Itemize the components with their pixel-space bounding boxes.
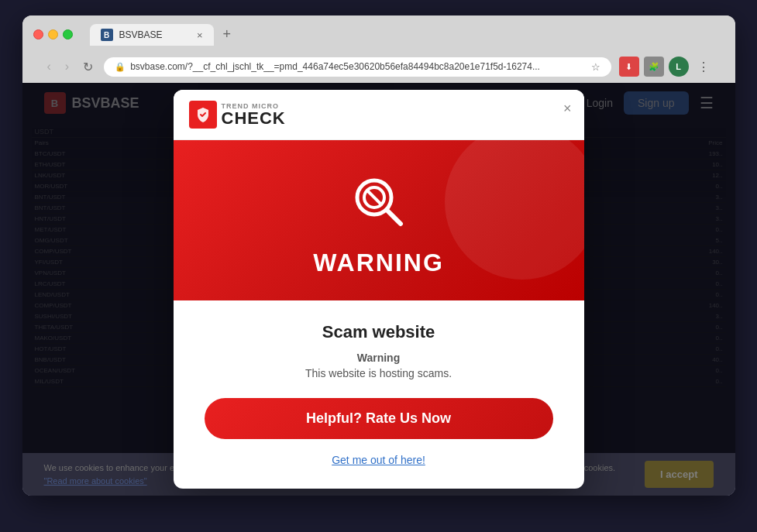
bookmark-icon[interactable]: ☆ xyxy=(591,61,600,73)
forward-button[interactable]: › xyxy=(62,58,72,75)
tab-close-button[interactable]: × xyxy=(197,29,203,41)
scam-subtitle: Warning xyxy=(205,352,553,364)
url-text: bsvbase.com/?__cf_chl_jschl_tk__=pmd_446… xyxy=(130,61,586,72)
active-tab[interactable]: B BSVBASE × xyxy=(90,24,214,46)
lock-icon: 🔒 xyxy=(115,62,126,72)
escape-link[interactable]: Get me out of here! xyxy=(332,454,425,466)
tm-icon xyxy=(189,101,217,129)
maximize-window-button[interactable] xyxy=(63,29,73,39)
address-bar[interactable]: 🔒 bsvbase.com/?__cf_chl_jschl_tk__=pmd_4… xyxy=(104,57,611,77)
close-window-button[interactable] xyxy=(33,29,43,39)
back-button[interactable]: ‹ xyxy=(44,58,54,75)
browser-tabs: B BSVBASE × + xyxy=(90,23,238,46)
download-icon[interactable]: ⬇ xyxy=(619,57,639,77)
svg-line-2 xyxy=(367,190,381,204)
warning-banner: WARNING xyxy=(174,140,584,300)
browser-titlebar: B BSVBASE × + ‹ › ↻ 🔒 bsvbase.com/?__cf_… xyxy=(22,15,735,83)
scam-description: This website is hosting scams. xyxy=(205,367,553,379)
browser-addressbar: ‹ › ↻ 🔒 bsvbase.com/?__cf_chl_jschl_tk__… xyxy=(33,52,724,83)
minimize-window-button[interactable] xyxy=(48,29,58,39)
tm-name-label: CHECK xyxy=(222,110,286,127)
modal-header: TREND MICRO CHECK × xyxy=(174,90,584,140)
warning-shield-icon xyxy=(348,171,410,233)
tm-text: TREND MICRO CHECK xyxy=(222,102,286,127)
trend-micro-logo: TREND MICRO CHECK xyxy=(189,101,286,129)
scam-title: Scam website xyxy=(205,322,553,342)
modal-body: Scam website Warning This website is hos… xyxy=(174,300,584,489)
new-tab-button[interactable]: + xyxy=(217,23,238,46)
svg-line-3 xyxy=(387,210,401,224)
profile-icon[interactable]: L xyxy=(669,57,689,77)
browser-menu-icon[interactable]: ⋮ xyxy=(693,57,714,77)
extensions-icon[interactable]: 🧩 xyxy=(644,57,664,77)
warning-modal: TREND MICRO CHECK × xyxy=(174,90,584,489)
browser-window: B BSVBASE × + ‹ › ↻ 🔒 bsvbase.com/?__cf_… xyxy=(22,15,735,496)
refresh-button[interactable]: ↻ xyxy=(80,58,96,76)
modal-overlay: TREND MICRO CHECK × xyxy=(22,83,735,496)
trend-micro-shield-icon xyxy=(194,106,212,123)
browser-actions: ⬇ 🧩 L ⋮ xyxy=(619,57,714,77)
modal-close-button[interactable]: × xyxy=(563,101,572,117)
browser-controls: B BSVBASE × + xyxy=(33,23,724,46)
site-content: B BSVBASE Login Sign up ☰ USDT PairsPric… xyxy=(22,83,735,496)
rate-us-button[interactable]: Helpful? Rate Us Now xyxy=(205,398,553,439)
warning-text: WARNING xyxy=(313,249,444,277)
tab-title: BSVBASE xyxy=(119,29,163,40)
tab-favicon: B xyxy=(101,29,113,41)
